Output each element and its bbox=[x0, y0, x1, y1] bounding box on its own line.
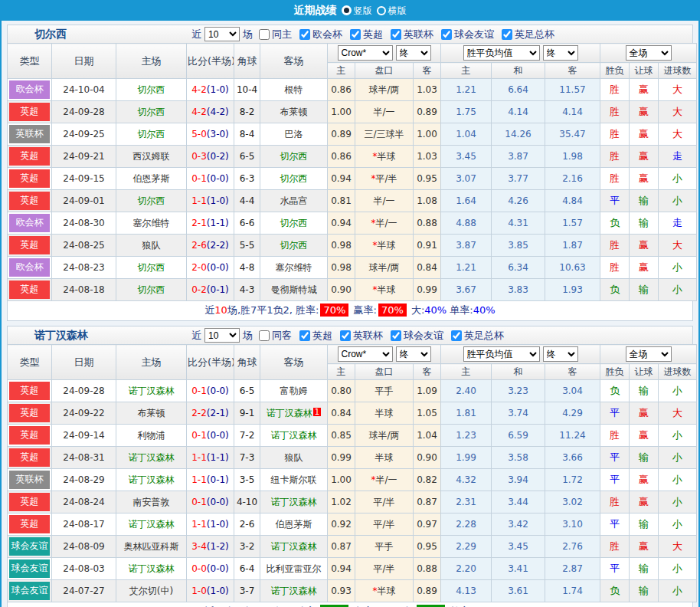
bookmaker-select[interactable]: Crow* bbox=[338, 346, 393, 362]
league-badge: 英超 bbox=[9, 515, 50, 533]
handicap-result-cell: 赢 bbox=[630, 146, 659, 168]
away-team-cell: 曼彻斯特城 bbox=[260, 279, 328, 301]
avg-home-cell: 1.75 bbox=[441, 101, 492, 123]
league-badge: 英超 bbox=[9, 236, 50, 254]
avg-draw-cell: 3.94 bbox=[492, 469, 545, 491]
summary-segment: 单率: bbox=[446, 304, 473, 316]
avg-select[interactable]: 胜平负均值 bbox=[463, 346, 540, 362]
date-cell: 24-08-03 bbox=[52, 558, 116, 580]
corner-cell: 4-10 bbox=[234, 491, 260, 513]
league-checkbox-label[interactable]: 英联杯 bbox=[353, 329, 383, 343]
date-cell: 24-07-27 bbox=[52, 580, 116, 602]
avg-home-cell: 3.67 bbox=[441, 279, 492, 301]
league-checkbox-label[interactable]: 英联杯 bbox=[404, 28, 433, 41]
scope-select[interactable]: 全场 bbox=[626, 45, 672, 61]
radio-horizontal-label[interactable]: 横版 bbox=[388, 5, 407, 16]
home-team-cell: 奥林匹亚科斯 bbox=[116, 536, 187, 558]
match-row: 英超 24-09-01 切尔西 1-1(1-0) 4-4 水晶宫 0.81 半/… bbox=[8, 190, 697, 212]
content: 切尔西 近 10 场 同主 欧会杯英超英联杯球会友谊英足总杯 类型 日期 主场 … bbox=[2, 21, 698, 607]
league-checkbox-2[interactable] bbox=[391, 29, 401, 40]
league-checkbox-label[interactable]: 英足总杯 bbox=[515, 28, 554, 41]
league-type-cell: 英超 bbox=[8, 447, 52, 469]
league-checkbox-0[interactable] bbox=[299, 29, 310, 40]
match-row: 英超 24-09-21 西汉姆联 0-3(0-2) 6-5 切尔西 0.86 *… bbox=[8, 146, 697, 168]
handicap-result-cell: 赢 bbox=[630, 123, 659, 146]
league-checkbox-label[interactable]: 英足总杯 bbox=[464, 329, 504, 343]
final-select-1[interactable]: 终 bbox=[396, 346, 431, 362]
league-badge: 欧会杯 bbox=[9, 214, 50, 232]
league-checkbox-label[interactable]: 英超 bbox=[312, 329, 332, 343]
avg-select[interactable]: 胜平负均值 bbox=[463, 45, 540, 61]
near-count-select[interactable]: 10 bbox=[204, 328, 240, 343]
wdl-result-cell: 负 bbox=[600, 580, 630, 602]
match-row: 球会友谊 24-08-09 奥林匹亚科斯 3-4(1-2) 3-2 诺丁汉森林 … bbox=[8, 536, 697, 558]
home-team-cell: 布莱顿 bbox=[116, 402, 187, 425]
league-type-cell: 欧会杯 bbox=[8, 79, 52, 101]
league-checkbox-label[interactable]: 球会友谊 bbox=[454, 28, 494, 41]
away-team-cell: 伯恩茅斯 bbox=[260, 513, 328, 536]
bookmaker-select[interactable]: Crow* bbox=[338, 45, 393, 61]
home-team-cell: 塞尔维特 bbox=[116, 212, 187, 235]
final-select-1[interactable]: 终 bbox=[396, 45, 431, 61]
handicap-cell: *半/一 bbox=[355, 469, 414, 491]
score-cell: 2-2(2-1) bbox=[187, 402, 234, 425]
league-checkbox-label[interactable]: 球会友谊 bbox=[404, 329, 443, 343]
same-venue-label[interactable]: 同主 bbox=[272, 28, 292, 41]
league-checkbox-0[interactable] bbox=[299, 330, 310, 341]
goals-result-cell: 小 bbox=[659, 469, 697, 491]
handicap-cell: 半球 bbox=[355, 402, 414, 425]
avg-draw-cell: 3.42 bbox=[492, 513, 545, 536]
league-checkbox-2[interactable] bbox=[391, 330, 401, 341]
odds-home-cell: 0.87 bbox=[328, 536, 355, 558]
corner-cell: 7-3 bbox=[234, 447, 260, 469]
odds-home-cell: 0.80 bbox=[328, 380, 355, 402]
odds-home-cell: 0.84 bbox=[328, 402, 355, 425]
league-badge: 英联杯 bbox=[9, 125, 50, 143]
odds-away-cell: 0.90 bbox=[414, 447, 441, 469]
col-date: 日期 bbox=[52, 44, 116, 79]
home-team-cell: 切尔西 bbox=[116, 190, 187, 212]
avg-home-cell: 3.07 bbox=[441, 168, 492, 190]
league-checkbox-1[interactable] bbox=[350, 29, 361, 40]
league-checkbox-3[interactable] bbox=[451, 330, 462, 341]
fulltime-score: 1-1 bbox=[191, 452, 207, 463]
scope-select[interactable]: 全场 bbox=[626, 346, 672, 362]
goals-result-cell: 小 bbox=[659, 279, 697, 301]
goals-result-cell: 走 bbox=[659, 212, 697, 235]
sub-avg-draw: 和 bbox=[492, 63, 545, 79]
radio-horizontal-icon[interactable] bbox=[377, 6, 386, 15]
odds-away-cell: 1.00 bbox=[414, 123, 441, 146]
avg-draw-cell: 3.58 bbox=[492, 447, 545, 469]
radio-vertical-selected-icon[interactable] bbox=[342, 5, 352, 15]
same-venue-checkbox[interactable] bbox=[259, 330, 270, 341]
final-select-2[interactable]: 终 bbox=[543, 346, 578, 362]
league-checkbox-label[interactable]: 欧会杯 bbox=[312, 28, 342, 41]
summary-segment: 70% bbox=[320, 304, 348, 317]
col-away: 客场 bbox=[260, 44, 328, 79]
handicap-cell: *半/一 bbox=[355, 212, 414, 235]
handicap-cell: 球半/两 bbox=[355, 257, 414, 279]
home-team-cell: 伯恩茅斯 bbox=[116, 168, 187, 190]
league-checkbox-label[interactable]: 英超 bbox=[363, 28, 383, 41]
away-team-cell: 比利亚雷亚尔 bbox=[260, 558, 328, 580]
summary-segment: 赢率: bbox=[350, 304, 377, 316]
league-checkbox-1[interactable] bbox=[340, 330, 351, 341]
odds-home-cell: 0.89 bbox=[328, 123, 355, 146]
near-count-select[interactable]: 10 bbox=[204, 27, 240, 41]
odds-away-cell: 0.99 bbox=[414, 279, 441, 301]
league-checkbox-3[interactable] bbox=[441, 29, 452, 40]
halftime-score: (1-0) bbox=[207, 519, 229, 530]
final-select-2[interactable]: 终 bbox=[543, 45, 578, 61]
sub-avg-draw: 和 bbox=[492, 364, 545, 380]
league-badge: 英超 bbox=[9, 404, 50, 422]
league-checkbox-4[interactable] bbox=[502, 29, 512, 40]
radio-vertical-label[interactable]: 竖版 bbox=[354, 5, 372, 16]
goals-result-cell: 大 bbox=[659, 235, 697, 257]
same-venue-label[interactable]: 同客 bbox=[272, 329, 292, 343]
halftime-score: (0-2) bbox=[207, 151, 229, 162]
wdl-result-cell: 负 bbox=[600, 212, 630, 235]
match-row: 英超 24-08-18 切尔西 0-2(0-1) 4-3 曼彻斯特城 0.90 … bbox=[8, 279, 697, 301]
corner-cell: 4-3 bbox=[234, 279, 260, 301]
league-type-cell: 英超 bbox=[8, 491, 52, 513]
same-venue-checkbox[interactable] bbox=[259, 29, 270, 40]
